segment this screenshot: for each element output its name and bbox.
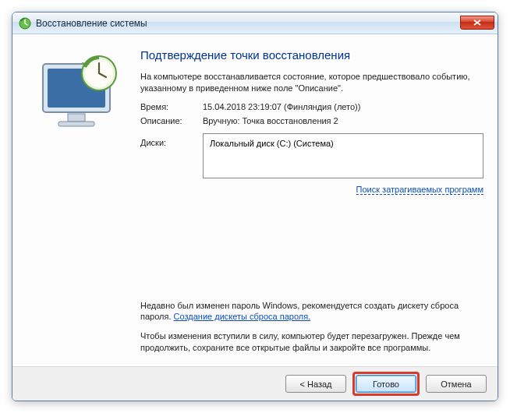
content-area: Подтверждение точки восстановления На ко… [12, 34, 498, 366]
disk-item: Локальный диск (C:) (Система) [210, 139, 334, 148]
description-label: Описание: [140, 116, 203, 125]
back-button-label: < Назад [300, 379, 332, 389]
window-title: Восстановление системы [36, 18, 147, 29]
intro-text: На компьютере восстанавливается состояни… [140, 71, 483, 94]
restore-app-icon [19, 17, 31, 30]
finish-button[interactable]: Готово [356, 375, 416, 393]
cancel-button-label: Отмена [441, 379, 471, 389]
back-button[interactable]: < Назад [285, 375, 346, 393]
button-bar: < Назад Готово Отмена [12, 366, 498, 401]
time-value: 15.04.2018 23:19:07 (Финляндия (лето)) [203, 102, 483, 111]
time-label: Время: [140, 102, 203, 111]
page-heading: Подтверждение точки восстановления [140, 48, 483, 62]
password-note: Недавно был изменен пароль Windows, реко… [140, 300, 483, 323]
finish-button-label: Готово [373, 379, 399, 389]
restart-note: Чтобы изменения вступили в силу, компьют… [140, 330, 483, 354]
cancel-button[interactable]: Отмена [426, 375, 487, 393]
wizard-image-column [23, 45, 140, 362]
create-password-reset-disk-link[interactable]: Создание дискеты сброса пароля. [174, 312, 311, 321]
svg-rect-3 [68, 114, 85, 122]
titlebar: Восстановление системы [12, 12, 498, 34]
time-row: Время: 15.04.2018 23:19:07 (Финляндия (л… [140, 102, 483, 111]
description-row: Описание: Вручную: Точка восстановления … [140, 116, 483, 125]
disks-list: Локальный диск (C:) (Система) [203, 133, 483, 178]
svg-rect-4 [58, 122, 94, 126]
scan-link-row: Поиск затрагиваемых программ [140, 185, 483, 194]
finish-highlight: Готово [352, 372, 420, 396]
disks-label: Диски: [140, 133, 203, 178]
client-area: Подтверждение точки восстановления На ко… [12, 34, 498, 401]
description-value: Вручную: Точка восстановления 2 [203, 116, 483, 125]
disks-row: Диски: Локальный диск (C:) (Система) [140, 133, 483, 178]
restore-monitor-icon [35, 50, 129, 137]
system-restore-window: Восстановление системы [12, 12, 498, 401]
wizard-main-column: Подтверждение точки восстановления На ко… [140, 45, 483, 362]
spacer [140, 194, 483, 300]
close-button[interactable] [460, 16, 494, 30]
close-icon [473, 19, 481, 26]
